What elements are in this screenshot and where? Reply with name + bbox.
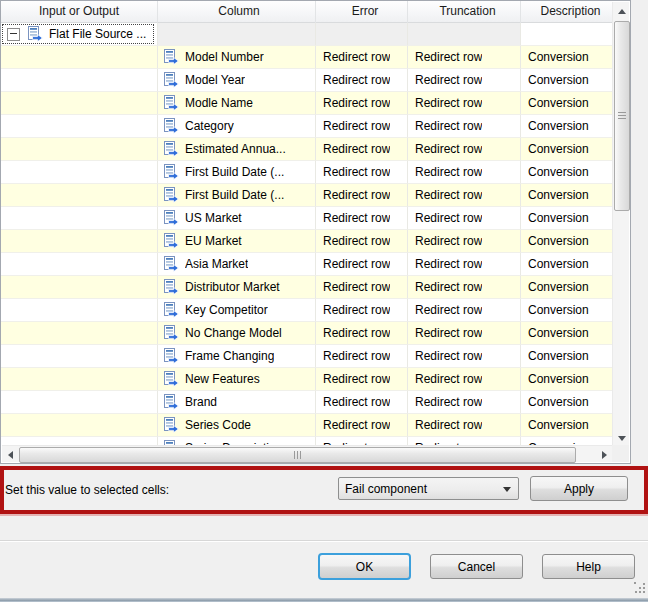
- cell-column[interactable]: EU Market: [158, 230, 316, 253]
- cell-truncation[interactable]: Redirect row: [408, 46, 521, 69]
- cell-description[interactable]: Conversion: [521, 69, 613, 92]
- table-row[interactable]: Modle Name Redirect row Redirect row Con…: [1, 92, 613, 115]
- scroll-up-icon[interactable]: [613, 2, 630, 20]
- cell-column[interactable]: No Change Model: [158, 322, 316, 345]
- table-row[interactable]: Series Code Redirect row Redirect row Co…: [1, 414, 613, 437]
- cell-description[interactable]: Conversion: [521, 207, 613, 230]
- cell-error[interactable]: Redirect row: [316, 391, 408, 414]
- table-row[interactable]: Model Number Redirect row Redirect row C…: [1, 46, 613, 69]
- cell-description[interactable]: Conversion: [521, 345, 613, 368]
- cell-column[interactable]: Model Number: [158, 46, 316, 69]
- column-header-error[interactable]: Error: [316, 1, 408, 23]
- cell-truncation[interactable]: Redirect row: [408, 368, 521, 391]
- cell-column[interactable]: Distributor Market: [158, 276, 316, 299]
- cell-column[interactable]: Estimated Annua...: [158, 138, 316, 161]
- column-header-column[interactable]: Column: [158, 1, 316, 23]
- cell-truncation[interactable]: Redirect row: [408, 322, 521, 345]
- table-row[interactable]: First Build Date (... Redirect row Redir…: [1, 184, 613, 207]
- cell-description[interactable]: Conversion: [521, 184, 613, 207]
- cell-truncation[interactable]: Redirect row: [408, 207, 521, 230]
- cancel-button[interactable]: Cancel: [430, 554, 523, 579]
- cell-column[interactable]: First Build Date (...: [158, 161, 316, 184]
- cell-error[interactable]: Redirect row: [316, 414, 408, 437]
- window-resize-grip[interactable]: [634, 582, 647, 595]
- tree-cell[interactable]: Flat File Source ...: [1, 23, 158, 46]
- horizontal-scrollbar[interactable]: [2, 445, 613, 462]
- table-row[interactable]: EU Market Redirect row Redirect row Conv…: [1, 230, 613, 253]
- table-row[interactable]: Frame Changing Redirect row Redirect row…: [1, 345, 613, 368]
- cell-description[interactable]: Conversion: [521, 276, 613, 299]
- cell-description[interactable]: Conversion: [521, 161, 613, 184]
- cell-truncation[interactable]: Redirect row: [408, 391, 521, 414]
- table-row[interactable]: Distributor Market Redirect row Redirect…: [1, 276, 613, 299]
- cell-description[interactable]: Conversion: [521, 253, 613, 276]
- table-row[interactable]: New Features Redirect row Redirect row C…: [1, 368, 613, 391]
- apply-button[interactable]: Apply: [530, 476, 628, 501]
- table-row[interactable]: Key Competitor Redirect row Redirect row…: [1, 299, 613, 322]
- cell-truncation[interactable]: Redirect row: [408, 161, 521, 184]
- scroll-right-icon[interactable]: [596, 446, 613, 463]
- table-row[interactable]: Category Redirect row Redirect row Conve…: [1, 115, 613, 138]
- column-header-input-or-output[interactable]: Input or Output: [1, 1, 158, 23]
- cell-description[interactable]: Conversion: [521, 115, 613, 138]
- cell-truncation[interactable]: Redirect row: [408, 345, 521, 368]
- tree-collapse-icon[interactable]: [7, 28, 20, 41]
- cell-truncation[interactable]: Redirect row: [408, 230, 521, 253]
- scroll-left-icon[interactable]: [2, 446, 19, 463]
- cell-truncation[interactable]: Redirect row: [408, 138, 521, 161]
- cell-error[interactable]: Redirect row: [316, 322, 408, 345]
- cell-column[interactable]: First Build Date (...: [158, 184, 316, 207]
- cell-error[interactable]: Redirect row: [316, 368, 408, 391]
- column-header-truncation[interactable]: Truncation: [408, 1, 521, 23]
- cell-error[interactable]: Redirect row: [316, 230, 408, 253]
- cell-column[interactable]: Asia Market: [158, 253, 316, 276]
- table-row[interactable]: First Build Date (... Redirect row Redir…: [1, 161, 613, 184]
- cell-truncation[interactable]: Redirect row: [408, 253, 521, 276]
- cell-column[interactable]: Modle Name: [158, 92, 316, 115]
- table-row[interactable]: Brand Redirect row Redirect row Conversi…: [1, 391, 613, 414]
- cell-error[interactable]: Redirect row: [316, 115, 408, 138]
- cell-truncation[interactable]: Redirect row: [408, 69, 521, 92]
- cell-description[interactable]: Conversion: [521, 138, 613, 161]
- cell-column[interactable]: Model Year: [158, 69, 316, 92]
- cell-error[interactable]: Redirect row: [316, 138, 408, 161]
- vertical-scrollbar[interactable]: [612, 2, 629, 447]
- cell-error[interactable]: Redirect row: [316, 253, 408, 276]
- vertical-scrollbar-thumb[interactable]: [614, 21, 630, 211]
- cell-truncation[interactable]: Redirect row: [408, 115, 521, 138]
- cell-truncation[interactable]: Redirect row: [408, 184, 521, 207]
- cell-truncation[interactable]: Redirect row: [408, 92, 521, 115]
- tree-row-flat-file-source[interactable]: Flat File Source ...: [1, 23, 613, 46]
- cell-column[interactable]: US Market: [158, 207, 316, 230]
- cell-error[interactable]: Redirect row: [316, 299, 408, 322]
- cell-column[interactable]: Frame Changing: [158, 345, 316, 368]
- horizontal-scrollbar-thumb[interactable]: [19, 447, 576, 463]
- ok-button[interactable]: OK: [318, 553, 411, 580]
- cell-error[interactable]: Redirect row: [316, 69, 408, 92]
- column-header-description[interactable]: Description: [521, 1, 613, 23]
- cell-description[interactable]: Conversion: [521, 299, 613, 322]
- cell-error[interactable]: Redirect row: [316, 46, 408, 69]
- table-row[interactable]: Model Year Redirect row Redirect row Con…: [1, 69, 613, 92]
- cell-description[interactable]: Conversion: [521, 92, 613, 115]
- cell-column[interactable]: Key Competitor: [158, 299, 316, 322]
- table-row[interactable]: Estimated Annua... Redirect row Redirect…: [1, 138, 613, 161]
- cell-description[interactable]: Conversion: [521, 322, 613, 345]
- cell-error[interactable]: Redirect row: [316, 276, 408, 299]
- cell-truncation[interactable]: Redirect row: [408, 414, 521, 437]
- cell-truncation[interactable]: Redirect row: [408, 276, 521, 299]
- cell-error[interactable]: Redirect row: [316, 92, 408, 115]
- cell-column[interactable]: New Features: [158, 368, 316, 391]
- cell-truncation[interactable]: Redirect row: [408, 299, 521, 322]
- help-button[interactable]: Help: [542, 554, 635, 579]
- cell-description[interactable]: Conversion: [521, 230, 613, 253]
- error-action-dropdown[interactable]: Fail component: [338, 477, 519, 500]
- cell-column[interactable]: Series Code: [158, 414, 316, 437]
- cell-description[interactable]: Conversion: [521, 46, 613, 69]
- cell-error[interactable]: Redirect row: [316, 161, 408, 184]
- table-row[interactable]: Asia Market Redirect row Redirect row Co…: [1, 253, 613, 276]
- cell-description[interactable]: Conversion: [521, 368, 613, 391]
- table-row[interactable]: No Change Model Redirect row Redirect ro…: [1, 322, 613, 345]
- cell-description[interactable]: Conversion: [521, 391, 613, 414]
- cell-error[interactable]: Redirect row: [316, 184, 408, 207]
